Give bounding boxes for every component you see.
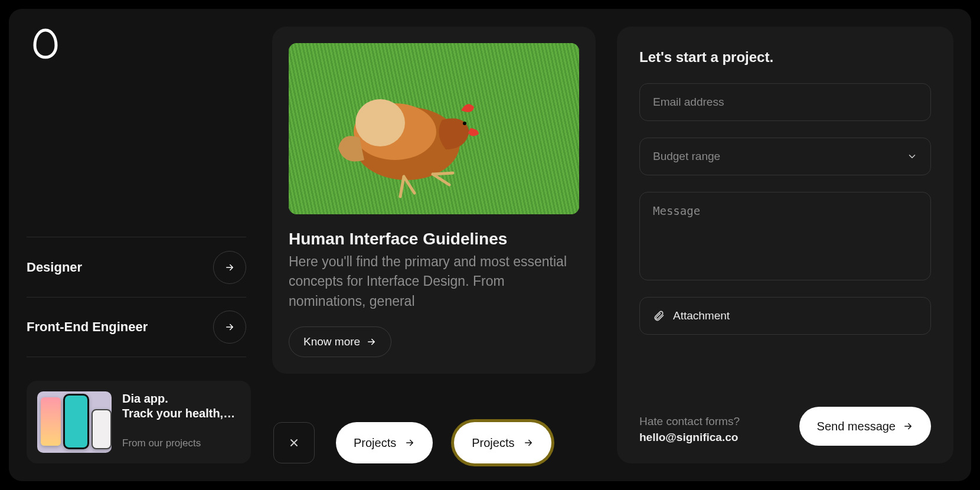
projects-button-focused[interactable]: Projects <box>454 422 551 463</box>
budget-select[interactable]: Budget range <box>639 138 931 175</box>
role-title: Front-End Engineer <box>27 319 148 335</box>
project-card[interactable]: Dia app. Track your health,… From our pr… <box>27 381 251 463</box>
svg-point-2 <box>355 99 405 146</box>
close-button[interactable] <box>273 422 315 463</box>
role-arrow-button[interactable] <box>213 311 246 344</box>
role-row-frontend[interactable]: Front-End Engineer <box>27 297 246 357</box>
logo-icon <box>31 27 251 62</box>
article-hero-image <box>289 43 579 214</box>
message-field[interactable] <box>639 192 931 280</box>
budget-placeholder: Budget range <box>653 150 720 163</box>
article-card: Human Interface Guidelines Here you'll f… <box>272 27 596 374</box>
form-title: Let's start a project. <box>639 49 931 66</box>
svg-point-3 <box>463 122 466 125</box>
hate-text: Hate contact forms? <box>639 415 740 427</box>
project-category: From our projects <box>122 437 240 449</box>
send-message-button[interactable]: Send message <box>799 407 931 446</box>
contact-form: Let's start a project. Budget range Atta… <box>617 27 953 463</box>
projects-label: Projects <box>354 436 396 450</box>
arrow-right-icon <box>224 262 235 273</box>
project-title: Dia app. Track your health,… <box>122 391 240 421</box>
email-field[interactable] <box>639 83 931 121</box>
arrow-right-icon <box>404 437 415 448</box>
arrow-right-icon <box>366 337 377 347</box>
article-body: Here you'll find the primary and most es… <box>289 252 579 311</box>
projects-label: Projects <box>472 436 514 450</box>
role-row-designer[interactable]: Designer <box>27 237 246 297</box>
attachment-button[interactable]: Attachment <box>639 297 931 335</box>
chevron-down-icon <box>907 151 917 162</box>
know-more-label: Know more <box>303 335 360 348</box>
close-icon <box>289 438 299 447</box>
contact-email[interactable]: hello@significa.co <box>639 429 740 446</box>
role-list: Designer Front-End Engineer <box>27 237 251 357</box>
attachment-label: Attachment <box>673 309 730 322</box>
chicken-illustration <box>324 67 513 202</box>
arrow-right-icon <box>903 421 913 432</box>
paperclip-icon <box>653 310 665 322</box>
send-label: Send message <box>817 420 896 433</box>
article-title: Human Interface Guidelines <box>289 230 579 249</box>
project-thumbnail <box>37 391 112 453</box>
alt-contact: Hate contact forms? hello@significa.co <box>639 413 740 446</box>
role-title: Designer <box>27 260 82 275</box>
role-arrow-button[interactable] <box>213 251 246 284</box>
know-more-button[interactable]: Know more <box>289 326 391 357</box>
arrow-right-icon <box>523 437 534 448</box>
arrow-right-icon <box>224 322 235 332</box>
projects-button[interactable]: Projects <box>336 422 433 463</box>
